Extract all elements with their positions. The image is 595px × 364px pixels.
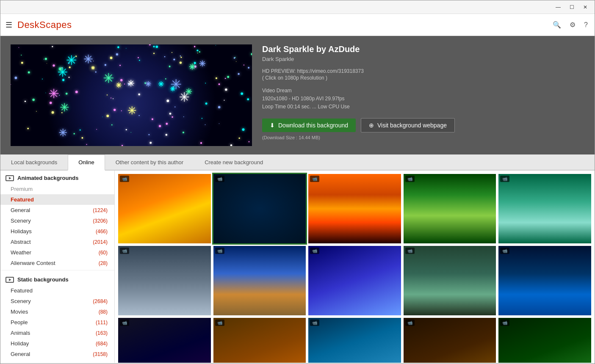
sidebar-item-s-holiday[interactable]: Holiday (684) <box>0 338 114 349</box>
sidebar-item-holidays[interactable]: Holidays (466) <box>0 226 114 237</box>
gallery-item-8[interactable]: 📹 <box>308 246 401 315</box>
sidebar-item-s-people[interactable]: People (111) <box>0 317 114 328</box>
sidebar-divider <box>0 270 114 270</box>
hamburger-icon[interactable]: ☰ <box>6 20 12 30</box>
holidays-count: (466) <box>96 229 108 234</box>
s-holiday-count: (684) <box>96 341 108 347</box>
sidebar-item-s-general[interactable]: General (3158) <box>0 349 114 359</box>
gallery-item-3[interactable]: 📹 <box>308 174 401 243</box>
gallery-item-10[interactable]: 📹 <box>498 246 591 315</box>
animated-header-label: Animated backgrounds <box>17 175 78 181</box>
gallery-item-12[interactable]: 📹 <box>213 318 306 363</box>
help-button[interactable]: ? <box>582 19 589 30</box>
premium-label: Premium <box>11 186 33 192</box>
gallery-item-1[interactable]: 📹 <box>118 174 211 243</box>
sidebar-item-alienware[interactable]: Alienware Contest (28) <box>0 258 114 268</box>
sidebar-item-s-featured[interactable]: Featured <box>0 285 114 296</box>
s-movies-label: Movies <box>11 309 28 315</box>
visit-label: Visit background webpage <box>377 122 447 129</box>
gallery-item-4[interactable]: 📹 <box>404 174 496 243</box>
gallery-item-2[interactable]: 📹 <box>213 174 306 243</box>
video-icon: 📹 <box>120 176 129 182</box>
abstract-label: Abstract <box>11 239 31 245</box>
meta-line1: Video Dream <box>262 87 584 95</box>
visit-webpage-button[interactable]: ⊕ Visit background webpage <box>361 118 455 132</box>
click-hint: ( Click on 1080p Resolution ) <box>262 75 584 81</box>
video-icon: 📹 <box>215 320 224 326</box>
sidebar-item-premium[interactable]: Premium <box>0 184 114 194</box>
sidebar-item-s-movies[interactable]: Movies (88) <box>0 306 114 317</box>
tab-other-author[interactable]: Other content by this author <box>105 154 194 170</box>
sidebar-item-abstract[interactable]: Abstract (2014) <box>0 237 114 247</box>
animated-backgrounds-header: Animated backgrounds <box>0 171 114 184</box>
s-general-label: General <box>11 351 30 357</box>
gallery-item-14[interactable]: 📹 <box>404 318 496 363</box>
download-icon: ⬇ <box>270 122 275 129</box>
app-header: ☰ DeskScapes 🔍 ⚙ ? <box>0 14 595 36</box>
bg-meta: Video Dream 1920x1080 - HD 1080p AVI 29.… <box>262 87 584 111</box>
close-button[interactable]: ✕ <box>579 3 591 12</box>
s-scenery-label: Scenery <box>11 298 31 304</box>
minimize-button[interactable]: — <box>552 3 564 12</box>
background-title: Dark Sparkle by AzDude <box>262 44 584 54</box>
video-icon: 📹 <box>405 248 415 254</box>
s-people-count: (111) <box>96 320 108 325</box>
sidebar-item-s-scenery[interactable]: Scenery (2684) <box>0 296 114 306</box>
general-label: General <box>11 207 30 213</box>
gallery: 📹📹📹📹📹📹📹📹📹📹📹📹📹📹📹📹📹📹 <box>115 171 595 363</box>
background-subtitle: Dark Sparkle <box>262 56 584 62</box>
header-actions: 🔍 ⚙ ? <box>551 19 589 30</box>
maximize-button[interactable]: ☐ <box>566 3 578 12</box>
alienware-count: (28) <box>99 260 108 266</box>
video-icon: 📹 <box>500 248 509 254</box>
gallery-item-15[interactable]: 📹 <box>498 318 591 363</box>
sidebar-item-featured[interactable]: Featured <box>0 194 114 205</box>
video-icon: 📹 <box>120 320 129 326</box>
sidebar-item-s-animals[interactable]: Animals (163) <box>0 328 114 338</box>
preview-info: Dark Sparkle by AzDude Dark Sparkle HD P… <box>262 44 584 140</box>
scenery-count: (3206) <box>93 218 108 224</box>
tab-bar: Local backgrounds Online Other content b… <box>0 154 595 171</box>
gallery-item-7[interactable]: 📹 <box>213 246 306 315</box>
s-people-label: People <box>11 319 28 325</box>
animated-icon <box>6 175 14 181</box>
video-icon: 📹 <box>500 320 509 326</box>
gallery-item-11[interactable]: 📹 <box>118 318 211 363</box>
sidebar-item-general[interactable]: General (1224) <box>0 205 114 215</box>
download-size: (Download Size : 14.44 MB) <box>262 135 584 140</box>
download-button[interactable]: ⬇ Download this background <box>262 119 356 132</box>
settings-button[interactable]: ⚙ <box>568 19 577 30</box>
gallery-item-9[interactable]: 📹 <box>404 246 496 315</box>
static-icon <box>6 277 14 283</box>
holidays-label: Holidays <box>11 228 32 234</box>
tab-online[interactable]: Online <box>68 154 105 171</box>
content-area: Animated backgrounds Premium Featured Ge… <box>0 171 595 363</box>
search-button[interactable]: 🔍 <box>551 19 563 30</box>
gallery-item-6[interactable]: 📹 <box>118 246 211 315</box>
static-backgrounds-header: Static backgrounds <box>0 272 114 285</box>
gallery-item-13[interactable]: 📹 <box>308 318 401 363</box>
app-title: DeskScapes <box>17 19 72 30</box>
s-holiday-label: Holiday <box>11 340 29 347</box>
sparkle-canvas <box>11 44 252 146</box>
tab-local-backgrounds[interactable]: Local backgrounds <box>0 154 68 170</box>
featured-label: Featured <box>11 196 34 203</box>
sidebar-item-scenery[interactable]: Scenery (3206) <box>0 215 114 226</box>
action-buttons: ⬇ Download this background ⊕ Visit backg… <box>262 118 584 132</box>
sidebar: Animated backgrounds Premium Featured Ge… <box>0 171 115 363</box>
static-header-label: Static backgrounds <box>17 276 69 283</box>
sidebar-item-weather[interactable]: Weather (60) <box>0 247 114 258</box>
s-animals-count: (163) <box>96 330 108 336</box>
visit-icon: ⊕ <box>369 122 374 129</box>
alienware-label: Alienware Contest <box>11 260 55 266</box>
titlebar: — ☐ ✕ <box>0 0 595 14</box>
video-icon: 📹 <box>405 176 415 182</box>
gallery-item-5[interactable]: 📹 <box>498 174 591 243</box>
s-featured-label: Featured <box>11 287 33 294</box>
video-icon: 📹 <box>405 320 415 326</box>
s-scenery-count: (2684) <box>93 298 108 304</box>
abstract-count: (2014) <box>93 239 108 245</box>
tab-create-background[interactable]: Create new background <box>194 154 274 170</box>
meta-line2: 1920x1080 - HD 1080p AVI 29.97fps <box>262 95 584 103</box>
hd-preview-link: HD PREVIEW: https://vimeo.com/319318373 <box>262 68 584 74</box>
